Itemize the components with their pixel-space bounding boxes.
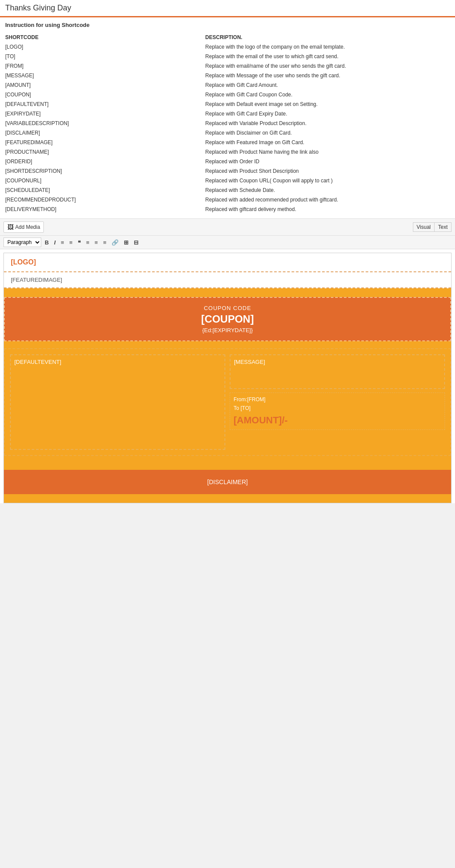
description-cell: Replace with the email of the user to wh… bbox=[205, 52, 450, 61]
table-row: [SHORTDESCRIPTION] Replaced with Product… bbox=[5, 166, 450, 176]
description-cell: Replaced with Variable Product Descripti… bbox=[205, 119, 450, 128]
align-left-button[interactable]: ≡ bbox=[84, 238, 91, 247]
page-header: Thanks Giving Day bbox=[0, 0, 455, 17]
table-row: [LOGO] Replace with the logo of the comp… bbox=[5, 42, 450, 52]
align-center-button[interactable]: ≡ bbox=[93, 238, 100, 247]
description-cell: Replace with Featured Image on Gift Card… bbox=[205, 138, 450, 147]
shortcode-cell: [DISCLAIMER] bbox=[5, 128, 205, 138]
table-row: [DEFAULTEVENT] Replace with Default even… bbox=[5, 99, 450, 109]
table-row: [FROM] Replace with email/name of the us… bbox=[5, 61, 450, 71]
shortcode-cell: [DELIVERYMETHOD] bbox=[5, 205, 205, 214]
shortcode-cell: [ORDERID] bbox=[5, 157, 205, 166]
link-button[interactable]: 🔗 bbox=[110, 238, 120, 247]
shortcode-cell: [AMOUNT] bbox=[5, 80, 205, 90]
instruction-section: Instruction for using Shortcode SHORTCOD… bbox=[0, 17, 455, 218]
description-cell: Replaced with Order ID bbox=[205, 157, 450, 166]
featured-image-placeholder: [FEATUREDIMAGE] bbox=[11, 277, 62, 283]
from-text: From:[FROM] bbox=[234, 396, 441, 403]
table-row: [COUPONURL] Replaced with Coupon URL( Co… bbox=[5, 176, 450, 185]
shortcode-cell: [SHORTDESCRIPTION] bbox=[5, 166, 205, 176]
orange-top-bar bbox=[4, 288, 451, 297]
table-row: [MESSAGE] Replace with Message of the us… bbox=[5, 71, 450, 80]
to-text: To [TO] bbox=[234, 405, 441, 411]
description-cell: Replace with Disclaimer on Gift Card. bbox=[205, 128, 450, 138]
description-cell: Replace with Message of the user who sen… bbox=[205, 71, 450, 80]
shortcode-cell: [TO] bbox=[5, 52, 205, 61]
bottom-bar bbox=[4, 494, 451, 503]
message-box: [MESSAGE] bbox=[230, 354, 445, 389]
orange-mid-spacer bbox=[4, 341, 451, 348]
table-row: [DISCLAIMER] Replace with Disclaimer on … bbox=[5, 128, 450, 138]
unordered-list-button[interactable]: ≡ bbox=[59, 238, 66, 247]
description-cell: Replaced with Product Name having the li… bbox=[205, 147, 450, 157]
table-row: [ORDERID] Replaced with Order ID bbox=[5, 157, 450, 166]
toolbar-right: Visual Text bbox=[413, 222, 452, 232]
description-cell: Replace with email/name of the user who … bbox=[205, 61, 450, 71]
shortcode-cell: [PRODUCTNAME] bbox=[5, 147, 205, 157]
description-cell: Replace with Gift Card Amount. bbox=[205, 80, 450, 90]
left-column: [DEFAULTEVENT] bbox=[10, 354, 225, 450]
table-row: [EXPIRYDATE] Replace with Gift Card Expi… bbox=[5, 109, 450, 119]
shortcode-table: SHORTCODE DESCRIPTION. [LOGO] Replace wi… bbox=[5, 33, 450, 214]
paragraph-select[interactable]: Paragraph bbox=[3, 238, 41, 247]
shortcode-cell: [EXPIRYDATE] bbox=[5, 109, 205, 119]
shortcode-col-header: SHORTCODE bbox=[5, 33, 205, 42]
table-row: [COUPON] Replace with Gift Card Coupon C… bbox=[5, 90, 450, 99]
description-cell: Replaced with Product Short Description bbox=[205, 166, 450, 176]
email-preview: [LOGO] [FEATUREDIMAGE] COUPON CODE [COUP… bbox=[3, 253, 452, 503]
toolbar-left: 🖼 Add Media bbox=[3, 221, 44, 233]
description-cell: Replaced with Coupon URL( Coupon will ap… bbox=[205, 176, 450, 185]
bold-button[interactable]: B bbox=[43, 238, 50, 247]
table-button[interactable]: ⊞ bbox=[122, 238, 130, 247]
more-button[interactable]: ⊟ bbox=[132, 238, 140, 247]
coupon-label: COUPON CODE bbox=[12, 305, 443, 311]
shortcode-cell: [LOGO] bbox=[5, 42, 205, 52]
disclaimer-text: [DISCLAIMER] bbox=[207, 479, 247, 485]
shortcode-cell: [COUPONURL] bbox=[5, 176, 205, 185]
shortcode-cell: [RECOMMENDEDPRODUCT] bbox=[5, 195, 205, 205]
add-media-button[interactable]: 🖼 Add Media bbox=[3, 221, 44, 233]
table-row: [TO] Replace with the email of the user … bbox=[5, 52, 450, 61]
shortcode-cell: [FROM] bbox=[5, 61, 205, 71]
from-to-amount-box: From:[FROM] To [TO] [AMOUNT]/- bbox=[230, 393, 445, 430]
shortcode-cell: [COUPON] bbox=[5, 90, 205, 99]
shortcode-cell: [VARIABLEDESCRIPTION] bbox=[5, 119, 205, 128]
italic-button[interactable]: I bbox=[52, 238, 57, 247]
table-row: [DELIVERYMETHOD] Replaced with giftcard … bbox=[5, 205, 450, 214]
description-cell: Replaced with Schedule Date. bbox=[205, 185, 450, 195]
table-row: [RECOMMENDEDPRODUCT] Replaced with added… bbox=[5, 195, 450, 205]
featured-image-section: [FEATUREDIMAGE] bbox=[4, 272, 451, 288]
coupon-code: [COUPON] bbox=[12, 313, 443, 325]
description-cell: Replace with the logo of the company on … bbox=[205, 42, 450, 52]
logo-placeholder: [LOGO] bbox=[11, 258, 36, 266]
description-cell: Replaced with giftcard delivery method. bbox=[205, 205, 450, 214]
format-toolbar: Paragraph B I ≡ ≡ ❝ ≡ ≡ ≡ 🔗 ⊞ ⊟ bbox=[0, 236, 455, 249]
coupon-section: COUPON CODE [COUPON] {Ed:[EXPIRYDATE]} bbox=[4, 297, 451, 341]
description-col-header: DESCRIPTION. bbox=[205, 33, 450, 42]
blockquote-button[interactable]: ❝ bbox=[76, 238, 82, 247]
main-content-grid: [DEFAULTEVENT] [MESSAGE] From:[FROM] To … bbox=[10, 354, 445, 450]
visual-button[interactable]: Visual bbox=[413, 222, 434, 232]
shortcode-cell: [DEFAULTEVENT] bbox=[5, 99, 205, 109]
add-media-icon: 🖼 bbox=[7, 224, 13, 231]
right-column: [MESSAGE] From:[FROM] To [TO] [AMOUNT]/- bbox=[230, 354, 445, 430]
instruction-title: Instruction for using Shortcode bbox=[5, 22, 450, 28]
orange-bottom-spacer bbox=[4, 456, 451, 470]
description-cell: Replaced with added recommended product … bbox=[205, 195, 450, 205]
coupon-expiry: {Ed:[EXPIRYDATE]} bbox=[12, 327, 443, 333]
page-title: Thanks Giving Day bbox=[5, 3, 450, 13]
table-row: [SCHEDULEDATE] Replaced with Schedule Da… bbox=[5, 185, 450, 195]
shortcode-cell: [MESSAGE] bbox=[5, 71, 205, 80]
add-media-label: Add Media bbox=[15, 224, 40, 230]
table-row: [PRODUCTNAME] Replaced with Product Name… bbox=[5, 147, 450, 157]
page-wrapper: Thanks Giving Day Instruction for using … bbox=[0, 0, 455, 503]
table-row: [FEATUREDIMAGE] Replace with Featured Im… bbox=[5, 138, 450, 147]
description-cell: Replace with Gift Card Coupon Code. bbox=[205, 90, 450, 99]
message-placeholder: [MESSAGE] bbox=[234, 359, 265, 365]
text-button[interactable]: Text bbox=[434, 222, 452, 232]
description-cell: Replace with Gift Card Expiry Date. bbox=[205, 109, 450, 119]
align-right-button[interactable]: ≡ bbox=[101, 238, 108, 247]
ordered-list-button[interactable]: ≡ bbox=[68, 238, 75, 247]
table-row: [VARIABLEDESCRIPTION] Replaced with Vari… bbox=[5, 119, 450, 128]
logo-section: [LOGO] bbox=[4, 253, 451, 272]
